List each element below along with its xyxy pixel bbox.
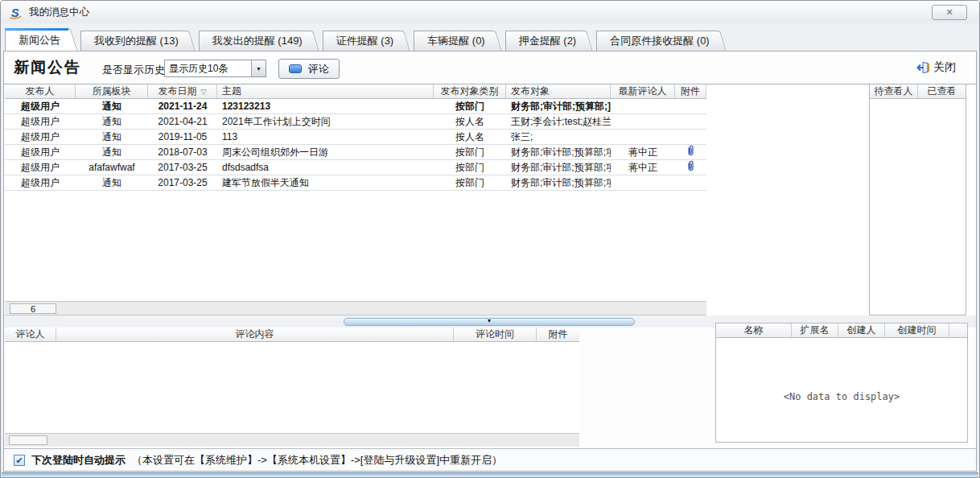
cell-subject: 周末公司组织郊外一日游 <box>217 145 434 159</box>
cell-date: 2017-03-25 <box>148 175 217 190</box>
cell-date: 2019-11-05 <box>148 130 217 144</box>
cell-last-commenter: 蒋中正 <box>611 145 675 159</box>
cell-target-type: 按部门 <box>434 175 506 190</box>
table-row[interactable]: 超级用户 afafawfwaf 2017-03-25 dfsdsadfsa 按部… <box>5 160 706 175</box>
news-grid: 发布人 所属板块 发布日期▽ 主题 发布对象类别 发布对象 最新评论人 附件 超… <box>5 84 706 315</box>
files-panel: 名称 扩展名 创建人 创建时间 <No data to display> <box>715 323 968 443</box>
cell-board: 通知 <box>76 99 148 113</box>
window-close-button[interactable]: ✕ <box>932 5 967 20</box>
tab-news[interactable]: 新闻公告 <box>5 28 67 51</box>
window-bottom-edge <box>2 472 978 477</box>
comment-button[interactable]: 评论 <box>278 59 340 79</box>
column-header-file-name[interactable]: 名称 <box>716 323 792 337</box>
horizontal-scrollbar[interactable]: ▾ <box>344 318 635 326</box>
cell-subject: dfsdsadfsa <box>217 160 434 175</box>
table-row[interactable]: 超级用户 通知 2017-03-25 建军节放假半天通知 按部门 财务部;审计部… <box>5 175 706 191</box>
tab-sent-reminders[interactable]: 我发出的提醒 (149) <box>199 31 309 51</box>
column-header-file-creator[interactable]: 创建人 <box>838 323 885 337</box>
cell-target-type: 按部门 <box>434 160 506 175</box>
table-row[interactable]: 超级用户 通知 2021-11-24 123123213 按部门 财务部;审计部… <box>5 99 706 114</box>
tab-label: 车辆提醒 (0) <box>427 35 485 47</box>
exit-door-icon <box>916 61 930 74</box>
column-header-target-type[interactable]: 发布对象类别 <box>434 84 506 98</box>
cell-target-type: 按部门 <box>434 99 506 113</box>
cell-publisher: 超级用户 <box>5 130 76 144</box>
cell-target: 财务部;审计部;预算部;项] <box>506 175 611 190</box>
history-dropdown-value: 显示历史10条 <box>165 60 251 76</box>
dropdown-arrow-icon[interactable]: ▼ <box>251 60 266 76</box>
news-grid-header: 发布人 所属板块 发布日期▽ 主题 发布对象类别 发布对象 最新评论人 附件 <box>5 84 706 99</box>
table-row[interactable]: 超级用户 通知 2018-07-03 周末公司组织郊外一日游 按部门 财务部;审… <box>5 145 706 160</box>
column-header-subject[interactable]: 主题 <box>217 84 434 98</box>
column-header-file-extension[interactable]: 扩展名 <box>792 323 838 337</box>
comments-grid-header: 评论人 评论内容 评论时间 附件 <box>5 328 579 342</box>
tab-contract-original-reminders[interactable]: 合同原件接收提醒 (0) <box>596 31 716 51</box>
column-header-pending-viewers[interactable]: 待查看人 <box>870 84 918 98</box>
column-header-file-created-time[interactable]: 创建时间 <box>885 323 949 337</box>
cell-board: 通知 <box>76 114 148 129</box>
tab-label: 新闻公告 <box>19 34 60 46</box>
checkbox-check-icon: ✔ <box>15 455 23 465</box>
tab-label: 我发出的提醒 (149) <box>212 35 303 47</box>
cell-attachment <box>675 145 706 159</box>
cell-publisher: 超级用户 <box>5 99 76 113</box>
auto-prompt-label[interactable]: 下次登陆时自动提示 <box>31 453 126 468</box>
column-header-publish-date[interactable]: 发布日期▽ <box>148 84 217 98</box>
auto-prompt-checkbox[interactable]: ✔ <box>14 455 25 466</box>
column-header-comment-time[interactable]: 评论时间 <box>454 328 537 341</box>
titlebar[interactable]: S 我的消息中心 ✕ <box>1 1 979 23</box>
tab-received-reminders[interactable]: 我收到的提醒 (13) <box>80 31 185 51</box>
column-header-commenter[interactable]: 评论人 <box>5 328 56 341</box>
viewers-panel: 待查看人 已查看 <box>869 84 966 315</box>
viewers-panel-header: 待查看人 已查看 <box>870 84 966 99</box>
news-grid-region: 发布人 所属板块 发布日期▽ 主题 发布对象类别 发布对象 最新评论人 附件 超… <box>4 84 976 315</box>
cell-date: 2018-07-03 <box>148 145 217 159</box>
cell-target: 财务部;审计部;预算部;] <box>506 99 611 113</box>
comments-footer-cell <box>9 435 47 445</box>
cell-attachment <box>675 114 706 129</box>
column-header-label: 发布日期 <box>159 85 197 97</box>
column-header-comment-attachment[interactable]: 附件 <box>537 328 579 341</box>
comments-grid-footer <box>5 433 579 447</box>
column-header-last-commenter[interactable]: 最新评论人 <box>611 84 675 98</box>
close-panel-button[interactable]: 关闭 <box>916 60 956 75</box>
tab-vehicle-reminders[interactable]: 车辆提醒 (0) <box>414 31 492 51</box>
cell-subject: 2021年工作计划上交时间 <box>217 114 434 129</box>
cell-attachment <box>675 130 706 144</box>
table-row[interactable]: 超级用户 通知 2019-11-05 113 按人名 张三; <box>5 130 706 145</box>
cell-target: 张三; <box>506 130 611 144</box>
column-header-board[interactable]: 所属板块 <box>76 84 148 98</box>
cell-target: 财务部;审计部;预算部;项] <box>506 145 611 159</box>
tab-label: 我收到的提醒 (13) <box>94 35 179 47</box>
cell-target: 财务部;审计部;预算部;项] <box>506 160 611 175</box>
row-count-cell: 6 <box>10 303 56 314</box>
tab-deposit-reminders[interactable]: 押金提醒 (2) <box>505 31 583 51</box>
column-header-attachment[interactable]: 附件 <box>675 84 706 98</box>
cell-target-type: 按部门 <box>434 145 506 159</box>
cell-date: 2021-11-24 <box>148 99 217 113</box>
column-header-publisher[interactable]: 发布人 <box>5 84 76 98</box>
comments-grid: 评论人 评论内容 评论时间 附件 <box>5 328 579 447</box>
column-header-target[interactable]: 发布对象 <box>506 84 611 98</box>
cell-subject: 建军节放假半天通知 <box>217 175 434 190</box>
cell-last-commenter <box>611 130 675 144</box>
cell-last-commenter: 蒋中正 <box>611 160 675 175</box>
cell-publisher: 超级用户 <box>5 175 76 190</box>
page-title: 新闻公告 <box>14 57 81 78</box>
cell-target-type: 按人名 <box>434 130 506 144</box>
cell-attachment <box>675 175 706 190</box>
news-grid-footer: 6 <box>5 301 706 315</box>
table-row[interactable]: 超级用户 通知 2021-04-21 2021年工作计划上交时间 按人名 王财;… <box>5 114 706 130</box>
bottom-bar: ✔ 下次登陆时自动提示 （本设置可在【系统维护】->【系统本机设置】->[登陆与… <box>4 449 976 471</box>
collapse-chevron-icon[interactable]: ▾ <box>488 318 491 324</box>
paperclip-icon <box>687 160 694 172</box>
cell-target-type: 按人名 <box>434 114 506 129</box>
cell-board: 通知 <box>76 175 148 190</box>
window: S 我的消息中心 ✕ 新闻公告 我收到的提醒 (13) 我发出的提醒 (149)… <box>0 0 980 478</box>
cell-subject: 113 <box>217 130 434 144</box>
paperclip-icon <box>687 145 694 157</box>
column-header-viewed[interactable]: 已查看 <box>918 84 966 98</box>
history-dropdown[interactable]: 显示历史10条 ▼ <box>164 60 266 77</box>
tab-certificate-reminders[interactable]: 证件提醒 (3) <box>323 31 401 51</box>
column-header-comment-content[interactable]: 评论内容 <box>56 328 454 341</box>
